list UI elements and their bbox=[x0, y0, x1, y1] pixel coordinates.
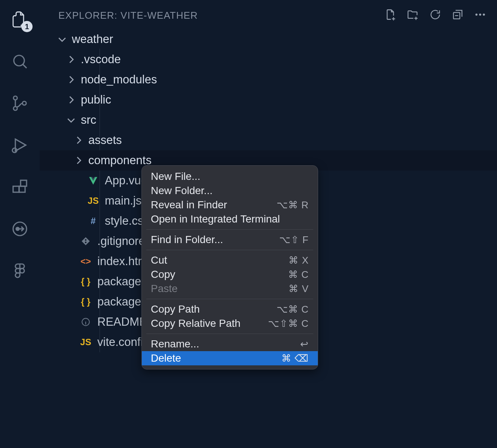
context-menu-shortcut: ⌘ C bbox=[288, 269, 309, 280]
context-menu-separator bbox=[146, 299, 313, 299]
context-menu-item[interactable]: Rename...↩ bbox=[142, 337, 318, 351]
chevron-down-icon bbox=[57, 34, 67, 45]
tree-folder[interactable]: assets bbox=[40, 130, 497, 150]
context-menu-label: Paste bbox=[151, 283, 178, 295]
context-menu-item[interactable]: Cut⌘ X bbox=[142, 253, 318, 267]
context-menu-shortcut: ⌥⌘ C bbox=[277, 304, 309, 315]
svg-point-14 bbox=[483, 13, 485, 16]
context-menu-shortcut: ⌥⌘ R bbox=[277, 199, 309, 211]
js-file-icon: JS bbox=[88, 195, 99, 206]
context-menu-item[interactable]: Find in Folder...⌥⇧ F bbox=[142, 233, 318, 247]
svg-point-3 bbox=[22, 101, 26, 105]
context-menu-item[interactable]: New File... bbox=[142, 169, 318, 184]
html-file-icon: <> bbox=[80, 256, 91, 267]
chevron-down-icon bbox=[66, 115, 76, 125]
new-folder-icon[interactable] bbox=[406, 8, 419, 22]
chevron-right-icon bbox=[66, 54, 76, 65]
activity-git-graph-icon[interactable] bbox=[11, 220, 29, 238]
activity-search-icon[interactable] bbox=[11, 52, 29, 70]
more-icon[interactable] bbox=[474, 8, 487, 22]
info-file-icon bbox=[80, 316, 91, 328]
tree-folder-src[interactable]: src bbox=[40, 110, 497, 130]
context-menu-separator bbox=[146, 334, 313, 334]
folder-label: src bbox=[81, 113, 96, 127]
context-menu-item[interactable]: Copy Path⌥⌘ C bbox=[142, 302, 318, 316]
context-menu-separator bbox=[146, 229, 313, 230]
json-file-icon: { } bbox=[80, 296, 91, 307]
new-file-icon[interactable] bbox=[384, 8, 397, 22]
context-menu: New File...New Folder...Reveal in Finder… bbox=[141, 165, 318, 369]
context-menu-label: Cut bbox=[151, 254, 167, 266]
css-file-icon: # bbox=[88, 215, 99, 227]
chevron-right-icon bbox=[73, 155, 84, 166]
context-menu-label: New Folder... bbox=[151, 185, 213, 197]
vue-file-icon bbox=[88, 175, 99, 186]
folder-label: public bbox=[81, 93, 111, 107]
context-menu-label: Copy Relative Path bbox=[151, 317, 241, 329]
context-menu-item[interactable]: Copy⌘ C bbox=[142, 267, 318, 282]
context-menu-item[interactable]: New Folder... bbox=[142, 184, 318, 198]
context-menu-label: Open in Integrated Terminal bbox=[151, 213, 280, 225]
tree-folder[interactable]: .vscode bbox=[40, 49, 497, 70]
chevron-right-icon bbox=[73, 135, 84, 145]
context-menu-label: Reveal in Finder bbox=[151, 199, 227, 211]
chevron-right-icon bbox=[66, 74, 76, 85]
context-menu-separator bbox=[146, 250, 313, 250]
svg-rect-6 bbox=[19, 186, 25, 192]
git-file-icon bbox=[80, 236, 91, 247]
svg-point-9 bbox=[16, 227, 19, 230]
svg-point-12 bbox=[475, 13, 478, 16]
svg-point-0 bbox=[14, 55, 24, 66]
file-label: App.vue bbox=[105, 174, 147, 187]
context-menu-item[interactable]: Open in Integrated Terminal bbox=[142, 212, 318, 226]
activity-figma-icon[interactable] bbox=[11, 262, 29, 280]
context-menu-shortcut: ⌥⇧⌘ C bbox=[268, 318, 309, 329]
activity-run-debug-icon[interactable] bbox=[11, 136, 29, 154]
svg-rect-7 bbox=[21, 180, 27, 186]
context-menu-label: Copy Path bbox=[151, 303, 200, 315]
context-menu-item[interactable]: Reveal in Finder⌥⌘ R bbox=[142, 198, 318, 212]
context-menu-shortcut: ⌥⇧ F bbox=[279, 234, 309, 246]
context-menu-label: Find in Folder... bbox=[151, 234, 223, 246]
svg-rect-5 bbox=[13, 186, 19, 192]
activity-source-control-icon[interactable] bbox=[11, 94, 29, 112]
explorer-badge: 1 bbox=[21, 21, 33, 32]
svg-point-13 bbox=[479, 13, 481, 16]
svg-point-1 bbox=[13, 96, 17, 100]
tree-folder[interactable]: node_modules bbox=[40, 70, 497, 90]
context-menu-label: Copy bbox=[151, 269, 175, 280]
context-menu-item: Paste⌘ V bbox=[142, 282, 318, 296]
activity-bar: 1 bbox=[0, 0, 40, 448]
header-actions bbox=[384, 8, 487, 22]
tree-folder-root[interactable]: weather bbox=[40, 29, 497, 49]
file-label: main.js bbox=[105, 194, 141, 208]
context-menu-shortcut: ↩ bbox=[300, 338, 309, 350]
refresh-icon[interactable] bbox=[429, 8, 442, 22]
folder-label: assets bbox=[88, 134, 122, 147]
context-menu-label: New File... bbox=[151, 171, 200, 182]
sidebar-title: EXPLORER: VITE-WEATHER bbox=[58, 10, 198, 21]
context-menu-label: Rename... bbox=[151, 338, 199, 350]
context-menu-item[interactable]: Copy Relative Path⌥⇧⌘ C bbox=[142, 316, 318, 331]
chevron-right-icon bbox=[66, 95, 76, 105]
tree-folder[interactable]: public bbox=[40, 90, 497, 110]
activity-explorer-icon[interactable]: 1 bbox=[11, 10, 29, 28]
js-file-icon: JS bbox=[80, 337, 91, 348]
folder-label: .vscode bbox=[81, 53, 121, 66]
file-label: .gitignore bbox=[97, 234, 145, 248]
activity-extensions-icon[interactable] bbox=[11, 178, 29, 196]
folder-label: node_modules bbox=[81, 73, 157, 86]
context-menu-shortcut: ⌘ ⌫ bbox=[281, 353, 309, 364]
svg-point-2 bbox=[13, 107, 17, 110]
context-menu-label: Delete bbox=[151, 352, 181, 364]
json-file-icon: { } bbox=[80, 276, 91, 287]
sidebar-header: EXPLORER: VITE-WEATHER bbox=[40, 8, 497, 29]
context-menu-shortcut: ⌘ X bbox=[289, 255, 309, 266]
svg-point-10 bbox=[20, 269, 24, 273]
context-menu-shortcut: ⌘ V bbox=[289, 283, 309, 295]
folder-label: weather bbox=[72, 33, 113, 46]
collapse-all-icon[interactable] bbox=[451, 8, 464, 22]
folder-label: components bbox=[88, 154, 152, 167]
context-menu-item[interactable]: Delete⌘ ⌫ bbox=[142, 351, 318, 365]
